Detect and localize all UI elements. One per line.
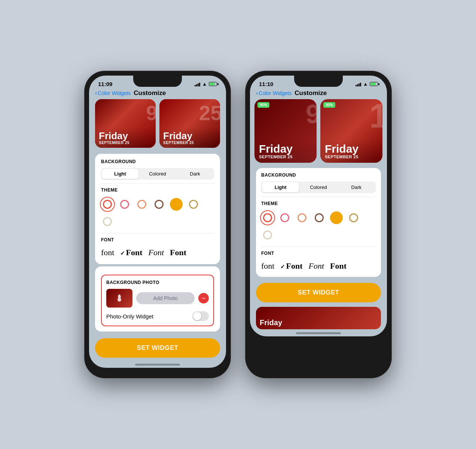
theme-row [101,196,214,229]
widget-date-right-2: SEPTEMBER 25 [325,155,378,159]
font-row-right: font ✓Font Font Font [261,260,376,272]
background-section: BACKGROUND Light Colored Dark THEME [95,154,220,264]
photo-only-row: Photo-Only Widget [106,311,209,321]
left-phone: 11:09 ▲ ‹ Color Widgets Customize [85,71,231,378]
segment-dark[interactable]: Dark [177,169,213,179]
background-label-right: BACKGROUND [261,172,376,178]
widget-preview-area: 9 Friday SEPTEMBER 25 25 Friday SEPTEMBE… [89,99,226,152]
widget-day-2: Friday [163,131,216,141]
widget-preview-right-1[interactable]: 90% 9 Friday SEPTEMBER 25 [254,99,317,163]
svg-point-0 [118,294,120,296]
segment-colored-right[interactable]: Colored [300,182,337,192]
nav-bar-right: ‹ Color Widgets Customize [250,89,387,99]
right-phone: 11:10 ▲ ‹ Color Widgets Customize [245,71,391,378]
widget-date-right-1: SEPTEMBER 25 [259,155,312,159]
photo-only-toggle[interactable] [192,311,209,321]
status-time-right: 11:10 [259,81,273,87]
nav-parent: Color Widgets [98,90,131,96]
status-time: 11:09 [98,81,112,87]
theme-circle-5[interactable] [187,198,200,211]
background-segment-control[interactable]: Light Colored Dark [101,168,214,180]
widget-number-2: 25 [199,103,220,123]
bg-photo-highlight: BACKGROUND PHOTO Add Photo − Photo-Only … [101,275,214,326]
segment-light[interactable]: Light [102,169,138,179]
badge-90-1: 90% [257,102,269,108]
signal-icon-right [356,82,361,86]
font-label-right: FONT [261,251,376,256]
widget-number-right-2: 1 [369,99,382,133]
font-option-right-2[interactable]: Font [308,261,324,271]
set-widget-button[interactable]: SET WIDGET [95,338,220,358]
background-label: BACKGROUND [101,159,214,164]
add-photo-button[interactable]: Add Photo [136,292,195,304]
notch-right [294,76,343,87]
nav-title: Customize [134,89,166,97]
theme-circle-right-1[interactable] [278,211,291,224]
widget-date-1: SEPTEMBER 25 [99,141,152,145]
home-indicator [135,364,180,366]
theme-circle-right-4[interactable] [330,211,343,224]
font-option-1[interactable]: ✓Font [120,248,142,257]
nav-title-right: Customize [295,89,327,97]
theme-circle-right-6[interactable] [261,229,274,241]
widget-preview-2[interactable]: 25 Friday SEPTEMBER 25 [159,99,220,148]
theme-label: THEME [101,187,214,193]
photo-only-label: Photo-Only Widget [106,313,153,320]
font-option-0[interactable]: font [101,248,114,257]
wifi-icon-right: ▲ [363,81,368,87]
set-widget-button-right[interactable]: SET WIDGET [256,283,381,302]
font-row: font ✓Font Font Font [101,246,214,259]
font-option-3[interactable]: Font [170,248,186,257]
segment-light-right[interactable]: Light [262,182,299,192]
chevron-left-icon: ‹ [95,90,97,97]
bg-photo-label: BACKGROUND PHOTO [106,280,209,285]
widget-number-right-1: 9 [306,101,317,127]
font-option-2[interactable]: Font [148,248,164,257]
bg-photo-section: BACKGROUND PHOTO Add Photo − Photo-Only … [95,266,220,332]
photo-thumbnail [106,289,132,308]
theme-circle-6[interactable] [101,215,114,228]
remove-photo-button[interactable]: − [198,293,209,303]
theme-circle-0[interactable] [101,198,114,211]
theme-circle-right-3[interactable] [313,211,326,224]
home-indicator-right [296,332,341,334]
font-option-right-3[interactable]: Font [330,261,347,271]
nav-bar: ‹ Color Widgets Customize [89,89,226,99]
theme-circle-4[interactable] [170,198,183,211]
widget-preview-area-right: 90% 9 Friday SEPTEMBER 25 90% 1 Friday S… [250,99,387,167]
font-label: FONT [101,237,214,242]
badge-90-2: 90% [323,102,335,108]
status-icons: ▲ [195,81,217,87]
back-button-right[interactable]: ‹ Color Widgets [256,90,292,97]
background-section-right: BACKGROUND Light Colored Dark THEME [256,168,381,277]
theme-circle-right-0[interactable] [261,211,274,224]
back-button[interactable]: ‹ Color Widgets [95,90,131,97]
font-option-right-1[interactable]: ✓Font [280,261,302,271]
battery-icon-right [370,82,378,86]
chevron-left-icon-right: ‹ [256,90,258,97]
widget-day-right-1: Friday [259,143,312,155]
battery-icon [209,82,217,86]
status-icons-right: ▲ [356,81,378,87]
theme-circle-2[interactable] [135,198,148,211]
bg-photo-row: Add Photo − [106,289,209,308]
theme-circle-right-2[interactable] [296,211,308,224]
segment-dark-right[interactable]: Dark [338,182,375,192]
font-option-right-0[interactable]: font [261,261,274,271]
theme-circle-1[interactable] [118,198,131,211]
widget-preview-1[interactable]: 9 Friday SEPTEMBER 25 [95,99,156,148]
nav-parent-right: Color Widgets [259,90,292,96]
widget-date-2: SEPTEMBER 25 [163,141,216,145]
wifi-icon: ▲ [202,81,207,87]
background-segment-control-right[interactable]: Light Colored Dark [261,181,376,193]
widget-day-right-2: Friday [325,143,378,155]
theme-circle-3[interactable] [153,198,165,211]
widget-number: 9 [146,103,156,123]
theme-row-right [261,210,376,243]
theme-label-right: THEME [261,201,376,206]
notch [133,76,182,87]
bottom-preview-widget: Friday [256,307,381,329]
widget-preview-right-2[interactable]: 90% 1 Friday SEPTEMBER 25 [320,99,382,163]
theme-circle-right-5[interactable] [347,211,360,224]
segment-colored[interactable]: Colored [139,169,176,179]
